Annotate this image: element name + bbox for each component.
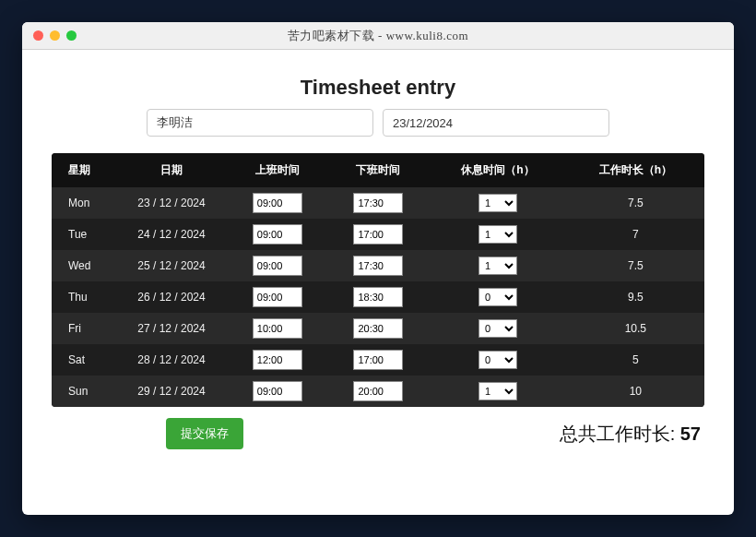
start-time-input[interactable] — [253, 287, 302, 307]
th-date: 日期 — [116, 153, 227, 187]
cell-start — [227, 313, 328, 344]
start-time-input[interactable] — [253, 350, 302, 370]
start-time-input[interactable] — [253, 224, 302, 245]
total-hours: 总共工作时长: 57 — [560, 422, 701, 447]
app-window: 苦力吧素材下载 - www.kuli8.com Timesheet entry … — [22, 22, 734, 515]
break-select[interactable]: 0 — [478, 319, 517, 338]
cell-worked: 5 — [567, 344, 704, 376]
cell-end — [328, 187, 430, 219]
minimize-icon[interactable] — [50, 30, 60, 41]
table-row: Sun29 / 12 / 2024110 — [52, 376, 704, 407]
cell-date: 23 / 12 / 2024 — [116, 187, 227, 219]
cell-worked: 7.5 — [567, 187, 704, 219]
cell-worked: 10 — [567, 376, 704, 407]
cell-worked: 7.5 — [567, 250, 704, 281]
end-time-input[interactable] — [353, 193, 403, 213]
table-header-row: 星期 日期 上班时间 下班时间 休息时间（h） 工作时长（h） — [52, 153, 704, 187]
cell-day: Sat — [52, 344, 116, 376]
cell-break: 1 — [429, 376, 566, 407]
close-icon[interactable] — [33, 30, 43, 41]
table-row: Thu26 / 12 / 202409.5 — [52, 281, 704, 313]
cell-date: 26 / 12 / 2024 — [116, 281, 227, 313]
cell-date: 27 / 12 / 2024 — [116, 313, 227, 344]
cell-start — [227, 219, 328, 250]
cell-end — [328, 344, 430, 376]
break-select[interactable]: 1 — [478, 382, 517, 400]
cell-break: 0 — [429, 313, 566, 344]
cell-date: 28 / 12 / 2024 — [116, 344, 227, 376]
start-time-input[interactable] — [253, 193, 302, 213]
cell-day: Thu — [52, 281, 116, 313]
break-select[interactable]: 1 — [478, 194, 517, 212]
cell-day: Tue — [52, 219, 116, 250]
cell-end — [328, 313, 430, 344]
cell-worked: 7 — [567, 219, 704, 250]
cell-day: Wed — [52, 250, 116, 281]
table-row: Wed25 / 12 / 202417.5 — [52, 250, 704, 281]
table-row: Fri27 / 12 / 2024010.5 — [52, 313, 704, 344]
page-title: Timesheet entry — [52, 76, 704, 100]
cell-break: 0 — [429, 344, 566, 376]
end-time-input[interactable] — [353, 256, 403, 276]
cell-break: 1 — [429, 250, 566, 281]
cell-break: 0 — [429, 281, 566, 313]
cell-date: 25 / 12 / 2024 — [116, 250, 227, 281]
name-input[interactable] — [147, 109, 373, 137]
th-break: 休息时间（h） — [429, 153, 566, 187]
cell-break: 1 — [429, 187, 566, 219]
th-day: 星期 — [52, 153, 116, 187]
th-start: 上班时间 — [227, 153, 328, 187]
cell-start — [227, 376, 328, 407]
start-time-input[interactable] — [253, 381, 302, 401]
break-select[interactable]: 1 — [478, 225, 517, 244]
content: Timesheet entry 星期 日期 上班时间 下班时间 休息时间（h） … — [22, 50, 734, 515]
footer-row: 提交保存 总共工作时长: 57 — [52, 418, 704, 449]
break-select[interactable]: 1 — [478, 257, 517, 275]
cell-end — [328, 250, 430, 281]
cell-end — [328, 376, 430, 407]
cell-start — [227, 281, 328, 313]
cell-date: 24 / 12 / 2024 — [116, 219, 227, 250]
cell-start — [227, 187, 328, 219]
timesheet-table: 星期 日期 上班时间 下班时间 休息时间（h） 工作时长（h） Mon23 / … — [52, 153, 704, 407]
start-time-input[interactable] — [253, 318, 302, 339]
start-time-input[interactable] — [253, 256, 302, 276]
break-select[interactable]: 0 — [478, 288, 517, 306]
table-row: Sat28 / 12 / 202405 — [52, 344, 704, 376]
cell-worked: 9.5 — [567, 281, 704, 313]
table-row: Tue24 / 12 / 202417 — [52, 219, 704, 250]
submit-button[interactable]: 提交保存 — [166, 418, 243, 449]
total-value: 57 — [680, 424, 701, 444]
end-time-input[interactable] — [353, 224, 403, 245]
cell-end — [328, 219, 430, 250]
end-time-input[interactable] — [353, 350, 403, 370]
end-time-input[interactable] — [353, 318, 403, 339]
cell-start — [227, 344, 328, 376]
cell-end — [328, 281, 430, 313]
end-time-input[interactable] — [353, 381, 403, 401]
window-title: 苦力吧素材下载 - www.kuli8.com — [22, 28, 734, 44]
cell-day: Fri — [52, 313, 116, 344]
cell-day: Mon — [52, 187, 116, 219]
traffic-lights — [33, 30, 77, 41]
header-inputs — [52, 109, 704, 137]
cell-break: 1 — [429, 219, 566, 250]
end-time-input[interactable] — [353, 287, 403, 307]
cell-worked: 10.5 — [567, 313, 704, 344]
weekstart-input[interactable] — [383, 109, 609, 137]
cell-day: Sun — [52, 376, 116, 407]
th-end: 下班时间 — [328, 153, 430, 187]
titlebar: 苦力吧素材下载 - www.kuli8.com — [22, 22, 734, 50]
maximize-icon[interactable] — [66, 30, 77, 41]
cell-date: 29 / 12 / 2024 — [116, 376, 227, 407]
break-select[interactable]: 0 — [478, 351, 517, 369]
cell-start — [227, 250, 328, 281]
th-worked: 工作时长（h） — [567, 153, 704, 187]
total-label: 总共工作时长: — [560, 424, 680, 444]
table-row: Mon23 / 12 / 202417.5 — [52, 187, 704, 219]
